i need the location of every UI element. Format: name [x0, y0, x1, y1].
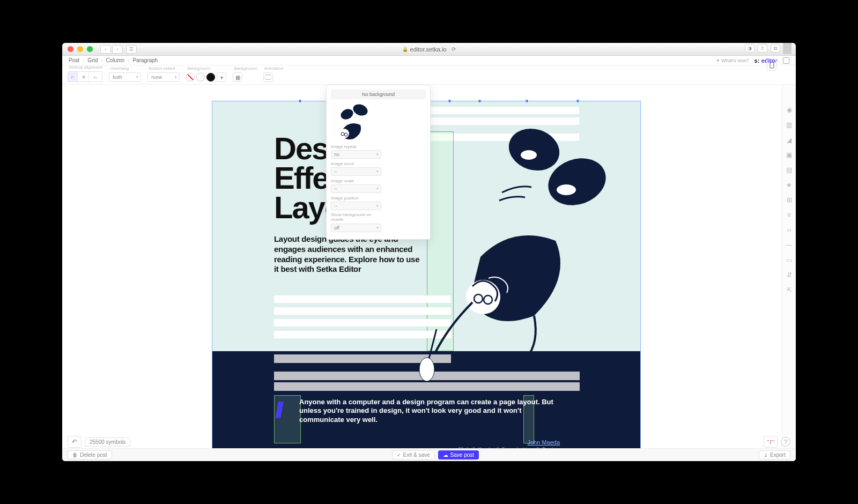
no-background-button[interactable]: No background	[331, 90, 426, 99]
columns-icon[interactable]: ▥	[786, 121, 793, 129]
crumb-grid[interactable]: Grid	[87, 57, 98, 63]
typography-button[interactable]: "T"	[764, 436, 778, 448]
footer-actions: 🗑Delete post ✓Exit & save ☁Save post ⤓Ex…	[62, 448, 796, 461]
crumb-paragraph[interactable]: Paragraph	[132, 57, 158, 63]
handle-icon[interactable]	[525, 99, 529, 103]
quote-text[interactable]: // Anyone with a computer and a design p…	[299, 398, 560, 424]
trash-icon: 🗑	[72, 452, 78, 458]
shield-icon[interactable]: ◑	[745, 44, 755, 53]
mobile-icon	[770, 61, 774, 69]
column-outline	[427, 131, 454, 351]
swatch-black-icon[interactable]	[206, 73, 215, 81]
image-scale-select[interactable]: --	[331, 184, 381, 193]
image-position-select[interactable]: --	[331, 202, 381, 210]
image-repeat-select[interactable]: no	[331, 150, 381, 159]
bg-thumbnail[interactable]	[331, 102, 374, 144]
align-middle-icon[interactable]: ≡	[79, 72, 89, 81]
code-icon[interactable]: ‹›	[786, 226, 793, 234]
check-icon: ✓	[397, 452, 401, 458]
device-preview-button[interactable]	[767, 59, 776, 71]
address-bar[interactable]: 🔒 editor.setka.io ⟳	[402, 46, 456, 53]
fullscreen-icon[interactable]	[783, 57, 789, 64]
bg-image-button[interactable]: ▦	[233, 72, 242, 82]
list-icon[interactable]: ≡	[786, 211, 793, 219]
bg-mobile-select[interactable]: off	[331, 224, 381, 232]
quote-mark-icon: //	[275, 397, 280, 424]
export-button[interactable]: ⤓Export	[759, 450, 790, 459]
editor-app: Post› Grid› Column› Paragraph ✦ What's n…	[62, 56, 796, 461]
new-tab-button[interactable]	[783, 43, 792, 54]
align-top-icon[interactable]: ⌐	[68, 72, 78, 81]
export-icon[interactable]: ⇱	[786, 286, 793, 294]
tabs-icon[interactable]: ⧉	[771, 44, 780, 53]
crumb-post[interactable]: Post	[69, 57, 79, 63]
gallery-icon[interactable]: ▤	[786, 166, 793, 174]
valign-segment[interactable]: ⌐ ≡ ⌙	[68, 71, 102, 82]
lock-icon: 🔒	[402, 47, 408, 52]
frame-icon[interactable]: ▭	[786, 256, 793, 264]
image-icon: ▦	[235, 75, 240, 80]
eye-icon[interactable]: ◉	[786, 106, 793, 114]
swatch-more-icon[interactable]: ▾	[217, 72, 226, 82]
back-button[interactable]: ‹	[100, 45, 111, 54]
reload-icon[interactable]: ⟳	[452, 46, 456, 52]
forward-button[interactable]: ›	[112, 45, 123, 54]
titlebar-right: ◑ ⇪ ⧉	[745, 44, 792, 54]
help-icon[interactable]: ?	[781, 437, 790, 447]
svg-point-7	[484, 295, 492, 304]
share-icon[interactable]: ⇪	[758, 44, 767, 53]
popover-fields: Image repeatno Image scroll-- Image scal…	[331, 144, 381, 235]
align-bottom-icon[interactable]: ⌙	[91, 72, 100, 81]
handle-icon[interactable]	[478, 99, 482, 103]
image-icon[interactable]: ▣	[786, 151, 793, 159]
property-toolbar: Vertical alignment ⌐ ≡ ⌙ Overhang both B…	[62, 65, 796, 85]
animation-button[interactable]	[263, 72, 273, 82]
export-arrow-icon: ⤓	[764, 452, 768, 458]
placeholder-bar	[427, 107, 579, 114]
mac-titlebar: ‹ › ☰ 🔒 editor.setka.io ⟳ ◑ ⇪ ⧉	[62, 43, 796, 56]
page-subtitle[interactable]: Layout design guides the eye and engages…	[274, 234, 421, 275]
grid-icon[interactable]: ⊞	[786, 196, 793, 204]
star-icon[interactable]: ★	[786, 181, 793, 189]
handle-icon[interactable]	[298, 99, 302, 103]
cloud-icon: ☁	[443, 452, 448, 458]
animation-icon	[264, 75, 272, 80]
indent-select[interactable]: none	[147, 72, 180, 82]
undo-button[interactable]: ↶	[68, 436, 82, 448]
exit-save-button[interactable]: ✓Exit & save	[392, 450, 435, 459]
field-label: Image repeat	[331, 144, 381, 149]
color-swatches: ▾	[186, 72, 226, 82]
status-bar: ↶ 25500 symbols "T" ?	[62, 435, 796, 448]
swatch-none-icon[interactable]	[186, 73, 195, 81]
animation-group: Animation	[263, 66, 284, 82]
handle-icon[interactable]	[576, 99, 580, 103]
hr-icon[interactable]: —	[786, 241, 793, 249]
svg-point-5	[466, 280, 500, 314]
placeholder-bar	[427, 117, 579, 125]
indent-group: Bottom indent none	[147, 66, 180, 82]
svg-point-1	[542, 151, 612, 213]
valign-group: Vertical alignment ⌐ ≡ ⌙	[68, 65, 102, 82]
swatch-white-icon[interactable]	[196, 73, 205, 81]
crumb-column[interactable]: Column	[106, 57, 124, 63]
close-window-icon[interactable]	[68, 46, 73, 52]
overhang-label: Overhang	[109, 66, 141, 71]
placeholder-bar	[274, 319, 451, 327]
placeholder-bar	[274, 331, 451, 338]
svg-point-6	[474, 294, 483, 303]
sidebar-toggle-icon[interactable]: ☰	[126, 45, 137, 54]
fill-icon[interactable]: ◢	[786, 136, 793, 144]
delete-post-button[interactable]: 🗑Delete post	[68, 450, 112, 459]
spacer-icon[interactable]: ⇵	[786, 271, 793, 279]
background-label: Background	[186, 66, 226, 71]
overhang-select[interactable]: both	[109, 72, 141, 82]
overhang-group: Overhang both	[109, 66, 141, 82]
save-post-button[interactable]: ☁Save post	[438, 450, 479, 459]
handle-icon[interactable]	[448, 99, 452, 103]
image-scroll-select[interactable]: --	[331, 167, 381, 176]
maximize-window-icon[interactable]	[87, 46, 93, 52]
field-label: Image position	[331, 196, 381, 201]
canvas-stage: Designing Effective Layouts Layout desig…	[62, 85, 796, 461]
minimize-window-icon[interactable]	[77, 46, 83, 52]
whats-new-link[interactable]: ✦ What's new?	[716, 58, 749, 63]
